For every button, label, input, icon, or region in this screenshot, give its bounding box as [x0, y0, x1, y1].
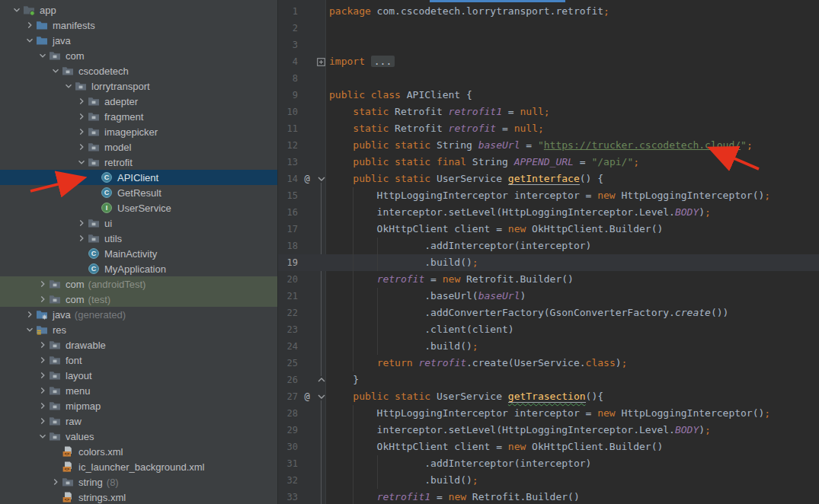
tree-item-manifests[interactable]: manifests — [0, 18, 277, 33]
tree-item-userservice[interactable]: IUserService — [0, 200, 277, 215]
chevron-collapsed-icon[interactable] — [49, 476, 62, 488]
tree-item-getresult[interactable]: CGetResult — [0, 185, 277, 200]
tree-item-cscodetech[interactable]: cscodetech — [0, 63, 277, 78]
chevron-collapsed-icon[interactable] — [75, 141, 88, 153]
chevron-collapsed-icon[interactable] — [36, 293, 49, 305]
tree-item-fragment[interactable]: fragment — [0, 109, 277, 124]
fold-marker-down-icon[interactable] — [316, 171, 326, 187]
fold-marker-down-icon[interactable] — [316, 388, 326, 405]
tree-item-utils[interactable]: utils — [0, 231, 277, 246]
code-line-1[interactable]: 1package com.cscodetech.lorrytransport.r… — [278, 3, 819, 20]
chevron-collapsed-icon[interactable] — [23, 308, 36, 321]
code-line-9[interactable]: 9public class APIClient { — [278, 87, 819, 104]
tree-item-myapplication[interactable]: CMyApplication — [0, 261, 277, 276]
tree-item-mipmap[interactable]: mipmap — [0, 398, 277, 413]
code-line-8[interactable]: 8 — [278, 70, 819, 87]
chevron-expanded-icon[interactable] — [23, 34, 36, 46]
chevron-collapsed-icon[interactable] — [36, 369, 49, 381]
code-line-32[interactable]: 32 .build(); — [278, 472, 819, 489]
chevron-expanded-icon[interactable] — [75, 156, 88, 168]
chevron-collapsed-icon[interactable] — [36, 339, 49, 351]
tree-item-label: lorrytransport — [91, 81, 150, 92]
folder-package-icon — [88, 217, 100, 229]
code-line-12[interactable]: 12 public static String baseUrl = "https… — [278, 137, 819, 154]
code-line-29[interactable]: 29 interceptor.setLevel(HttpLoggingInter… — [278, 422, 819, 439]
code-line-30[interactable]: 30 OkHttpClient client = new OkHttpClien… — [278, 439, 819, 455]
code-line-28[interactable]: 28 HttpLoggingInterceptor interceptor = … — [278, 405, 819, 422]
tree-item-res[interactable]: res — [0, 322, 277, 337]
code-text: static Retrofit retrofit1 = null; — [329, 104, 550, 120]
chevron-collapsed-icon[interactable] — [75, 110, 88, 123]
code-line-20[interactable]: 20 retrofit = new Retrofit.Builder() — [278, 271, 819, 288]
code-line-25[interactable]: 25 return retrofit.create(UserService.cl… — [278, 355, 819, 372]
chevron-collapsed-icon[interactable] — [36, 415, 49, 427]
chevron-expanded-icon[interactable] — [10, 4, 23, 16]
code-line-17[interactable]: 17 OkHttpClient client = new OkHttpClien… — [278, 221, 819, 238]
code-line-3[interactable]: 3 — [278, 37, 819, 53]
code-text: } — [329, 372, 359, 388]
code-line-23[interactable]: 23 .client(client) — [278, 321, 819, 338]
chevron-expanded-icon[interactable] — [62, 80, 75, 92]
tree-item-drawable[interactable]: drawable — [0, 337, 277, 352]
chevron-expanded-icon[interactable] — [49, 65, 62, 77]
code-line-26[interactable]: 26 } — [278, 372, 819, 388]
chevron-collapsed-icon[interactable] — [75, 217, 88, 229]
tree-item-retrofit[interactable]: retrofit — [0, 155, 277, 170]
code-line-16[interactable]: 16 interceptor.setLevel(HttpLoggingInter… — [278, 204, 819, 221]
tree-item-string-8[interactable]: string(8) — [0, 474, 277, 490]
code-line-21[interactable]: 21 .baseUrl(baseUrl) — [278, 288, 819, 305]
tree-item-ui[interactable]: ui — [0, 215, 277, 231]
code-line-19[interactable]: 19 .build(); — [278, 254, 819, 271]
tree-item-app[interactable]: app — [0, 2, 277, 18]
code-line-24[interactable]: 24 .build(); — [278, 338, 819, 355]
chevron-expanded-icon[interactable] — [23, 324, 36, 336]
chevron-collapsed-icon[interactable] — [75, 126, 88, 138]
code-line-33[interactable]: 33 retrofit1 = new Retrofit.Builder() — [278, 489, 819, 504]
code-line-31[interactable]: 31 .addInterceptor(interceptor) — [278, 455, 819, 472]
tree-item-strings-xml[interactable]: <>strings.xml — [0, 490, 277, 504]
tree-item-layout[interactable]: layout — [0, 368, 277, 383]
chevron-collapsed-icon[interactable] — [36, 400, 49, 412]
chevron-expanded-icon[interactable] — [36, 430, 49, 442]
tree-item-menu[interactable]: menu — [0, 383, 277, 398]
fold-marker-up-icon[interactable] — [316, 372, 326, 388]
tree-item-mainactivity[interactable]: CMainActivity — [0, 246, 277, 261]
code-line-11[interactable]: 11 static Retrofit retrofit = null; — [278, 120, 819, 137]
code-line-10[interactable]: 10 static Retrofit retrofit1 = null; — [278, 104, 819, 120]
code-line-15[interactable]: 15 HttpLoggingInterceptor interceptor = … — [278, 187, 819, 204]
chevron-collapsed-icon[interactable] — [36, 384, 49, 397]
tree-item-colors-xml[interactable]: <>colors.xml — [0, 444, 277, 459]
code-line-14[interactable]: 14@ public static UserService getInterfa… — [278, 171, 819, 187]
chevron-collapsed-icon[interactable] — [75, 95, 88, 107]
tree-item-font[interactable]: font — [0, 352, 277, 368]
annotation-gutter-icon[interactable]: @ — [302, 388, 312, 405]
code-line-2[interactable]: 2 — [278, 20, 819, 37]
tree-item-java[interactable]: java — [0, 33, 277, 48]
fold-marker-plus-icon[interactable] — [316, 53, 326, 70]
tree-item-com-androidtest[interactable]: com(androidTest) — [0, 276, 277, 292]
code-line-4[interactable]: 4import ... — [278, 53, 819, 70]
tree-item-java-generated[interactable]: java(generated) — [0, 307, 277, 322]
code-line-22[interactable]: 22 .addConverterFactory(GsonConverterFac… — [278, 305, 819, 321]
tree-item-adepter[interactable]: adepter — [0, 94, 277, 109]
chevron-collapsed-icon[interactable] — [36, 354, 49, 366]
tree-item-ic-launcher-background-xml[interactable]: <>ic_launcher_background.xml — [0, 459, 277, 474]
code-line-27[interactable]: 27@ public static UserService getTrasect… — [278, 388, 819, 405]
tree-item-apiclient[interactable]: CAPIClient — [0, 170, 277, 185]
chevron-expanded-icon[interactable] — [36, 49, 49, 62]
tree-item-lorrytransport[interactable]: lorrytransport — [0, 78, 277, 94]
annotation-gutter-icon[interactable]: @ — [302, 171, 312, 187]
tree-item-model[interactable]: model — [0, 139, 277, 155]
code-editor[interactable]: 1package com.cscodetech.lorrytransport.r… — [278, 0, 819, 504]
chevron-collapsed-icon[interactable] — [36, 278, 49, 290]
tree-item-com-test[interactable]: com(test) — [0, 292, 277, 307]
tree-item-values[interactable]: values — [0, 429, 277, 444]
tree-item-com[interactable]: com — [0, 48, 277, 63]
project-tree[interactable]: appmanifestsjavacomcscodetechlorrytransp… — [0, 0, 278, 504]
code-line-13[interactable]: 13 public static final String APPEND_URL… — [278, 154, 819, 171]
code-line-18[interactable]: 18 .addInterceptor(interceptor) — [278, 238, 819, 254]
tree-item-imagepicker[interactable]: imagepicker — [0, 124, 277, 139]
tree-item-raw[interactable]: raw — [0, 413, 277, 429]
chevron-collapsed-icon[interactable] — [75, 232, 88, 244]
chevron-collapsed-icon[interactable] — [23, 19, 36, 31]
